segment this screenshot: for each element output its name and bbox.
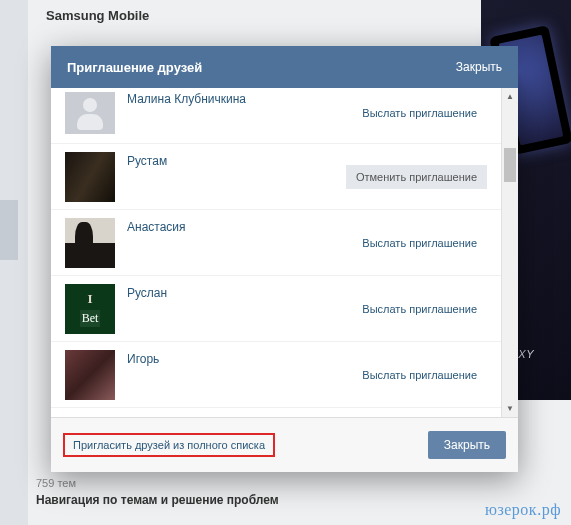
friend-name-link[interactable]: Руслан xyxy=(127,284,352,300)
scroll-up-icon[interactable]: ▲ xyxy=(502,88,518,105)
invite-from-full-list-link[interactable]: Пригласить друзей из полного списка xyxy=(63,433,275,457)
friend-name-link[interactable]: Малина Клубничкина xyxy=(127,90,352,106)
modal-title: Приглашение друзей xyxy=(67,60,202,75)
modal-header: Приглашение друзей Закрыть xyxy=(51,46,518,88)
avatar[interactable] xyxy=(65,218,115,268)
friend-name-link[interactable]: Рустам xyxy=(127,152,346,168)
modal-footer: Пригласить друзей из полного списка Закр… xyxy=(51,418,518,472)
friend-row: Рустам Отменить приглашение xyxy=(51,144,501,210)
avatar[interactable] xyxy=(65,92,115,134)
avatar[interactable] xyxy=(65,152,115,202)
send-invite-link[interactable]: Выслать приглашение xyxy=(352,101,487,125)
avatar[interactable] xyxy=(65,284,115,334)
modal-header-close-link[interactable]: Закрыть xyxy=(456,60,502,74)
friend-name-link[interactable]: Игорь xyxy=(127,350,352,366)
topics-count: 759 тем xyxy=(36,477,76,489)
send-invite-link[interactable]: Выслать приглашение xyxy=(352,231,487,255)
avatar[interactable] xyxy=(65,350,115,400)
friend-row: Малина Клубничкина Выслать приглашение xyxy=(51,88,501,144)
watermark: юзерок.рф xyxy=(485,501,561,519)
scroll-down-icon[interactable]: ▼ xyxy=(502,400,518,417)
page-title: Samsung Mobile xyxy=(46,8,149,23)
nav-section-title: Навигация по темам и решение проблем xyxy=(36,493,279,507)
friend-list: Малина Клубничкина Выслать приглашение Р… xyxy=(51,88,501,417)
sidebar-bg xyxy=(0,0,28,525)
modal-body: Малина Клубничкина Выслать приглашение Р… xyxy=(51,88,518,418)
scrollbar-thumb[interactable] xyxy=(504,148,516,182)
send-invite-link[interactable]: Выслать приглашение xyxy=(352,297,487,321)
invite-friends-modal: Приглашение друзей Закрыть Малина Клубни… xyxy=(51,46,518,472)
send-invite-link[interactable]: Выслать приглашение xyxy=(352,363,487,387)
cancel-invite-link[interactable]: Отменить приглашение xyxy=(346,165,487,189)
friend-name-link[interactable]: Анастасия xyxy=(127,218,352,234)
friend-row: Руслан Выслать приглашение xyxy=(51,276,501,342)
friend-row: Анастасия Выслать приглашение xyxy=(51,210,501,276)
close-button[interactable]: Закрыть xyxy=(428,431,506,459)
friend-row: Игорь Выслать приглашение xyxy=(51,342,501,408)
scrollbar[interactable]: ▲ ▼ xyxy=(501,88,518,417)
